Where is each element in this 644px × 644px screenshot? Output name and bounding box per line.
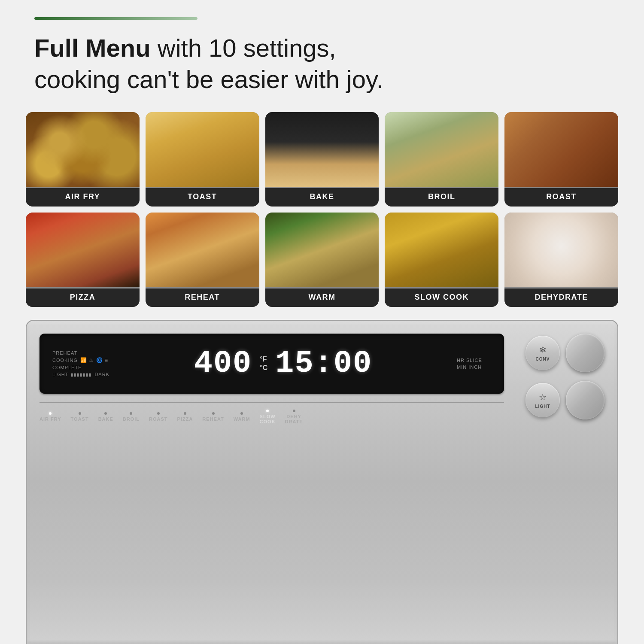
warm-image [265,213,379,287]
mode-dot-roast [157,412,160,415]
mode-dot-broil [130,412,132,415]
mode-pizza[interactable]: PIZZA [177,412,193,422]
light-icon: ☆ [539,392,547,402]
food-card-toast[interactable]: TOAST [146,112,259,207]
headline-text: Full Menu with 10 settings,cooking can't… [34,33,610,95]
display-right-labels: HR SLICE MIN INCH [457,358,491,370]
food-card-air-fry[interactable]: AIR FRY [26,112,140,207]
food-card-roast[interactable]: ROAST [504,112,618,207]
toast-image [146,112,259,187]
right-knob-bottom[interactable] [566,381,605,419]
mode-label-dehy: DEHYDRATE [285,414,303,424]
mode-dot-slow-cook [266,410,269,412]
broil-label: BROIL [385,188,498,207]
pizza-image [26,213,140,287]
reheat-image [146,213,259,287]
warm-label: WARM [265,289,379,307]
page: Full Menu with 10 settings,cooking can't… [0,0,644,644]
mode-label-broil: BROIL [123,416,140,422]
appliance-body: PREHEAT COOKING 📶 ♨ 🌀 ≡ COMPLETE LIGHT ▮… [26,320,618,644]
food-card-dehydrate[interactable]: DEHYDRATE [504,213,618,307]
mode-roast[interactable]: ROAST [149,412,168,422]
mode-section: AIR FRY TOAST BAKE [39,402,504,424]
mode-label-bake: BAKE [98,416,113,422]
mode-reheat[interactable]: REHEAT [202,412,224,422]
display-left-labels: PREHEAT COOKING 📶 ♨ 🌀 ≡ COMPLETE LIGHT ▮… [52,350,109,377]
mode-dot-toast [79,412,81,415]
side-controls: ❄ CONV ☆ LIGHT [526,334,605,419]
dehydrate-image [504,213,618,287]
unit-f: °F [260,355,267,363]
bake-label: BAKE [265,188,379,207]
slow-cook-label: SLOW COOK [385,289,498,307]
right-knob-top[interactable] [566,334,605,372]
light-label: LIGHT [535,404,550,409]
mode-label-toast: TOAST [71,416,89,422]
cooking-label: COOKING 📶 ♨ 🌀 ≡ [52,357,109,363]
preheat-label: PREHEAT [52,350,109,355]
mode-dot-dehy [293,410,295,412]
mode-label-roast: ROAST [149,416,168,422]
mode-label-pizza: PIZZA [177,416,193,422]
broil-image [385,112,498,187]
mode-label-warm: WARM [234,416,250,422]
unit-c: °C [260,364,267,372]
roast-label: ROAST [504,188,618,207]
temperature-display: 400 [194,346,252,381]
food-card-bake[interactable]: BAKE [265,112,379,207]
food-card-pizza[interactable]: PIZZA [26,213,140,307]
slow-cook-image [385,213,498,287]
pizza-label: PIZZA [26,289,140,307]
mode-slow-cook[interactable]: SLOWCOOK [260,410,276,424]
light-dark-label: LIGHT ▮▮▮▮▮▮▮ DARK [52,372,109,377]
time-display: 15:00 [275,346,372,381]
mode-air-fry[interactable]: AIR FRY [39,412,61,422]
bake-image [265,112,379,187]
display-digits: 400 °F °C 15:00 [109,346,457,381]
roast-image [504,112,618,187]
temp-units: °F °C [260,355,267,372]
food-grid: AIR FRY TOAST BAKE BROIL ROAST PIZZA REH… [0,112,644,307]
mode-dot-pizza [184,412,186,415]
display-panel: PREHEAT COOKING 📶 ♨ 🌀 ≡ COMPLETE LIGHT ▮… [39,334,504,394]
appliance-section: PREHEAT COOKING 📶 ♨ 🌀 ≡ COMPLETE LIGHT ▮… [0,320,644,644]
min-inch-label: MIN INCH [457,365,482,370]
headline-section: Full Menu with 10 settings,cooking can't… [0,20,644,112]
reheat-label: REHEAT [146,289,259,307]
air-fry-label: AIR FRY [26,188,140,207]
mode-warm[interactable]: WARM [234,412,250,422]
light-button[interactable]: ☆ LIGHT [526,383,560,417]
conv-label: CONV [536,357,550,361]
mode-dot-warm [240,412,243,415]
mode-dehy[interactable]: DEHYDRATE [285,410,303,424]
hr-slice-label: HR SLICE [457,358,482,363]
food-card-warm[interactable]: WARM [265,213,379,307]
mode-dot-air-fry [49,412,52,415]
mode-label-reheat: REHEAT [202,416,224,422]
food-card-slow-cook[interactable]: SLOW COOK [385,213,498,307]
mode-label-slow-cook: SLOWCOOK [260,414,276,424]
complete-label: COMPLETE [52,365,109,370]
headline-bold: Full Menu [34,34,151,62]
mode-dot-bake [104,412,107,415]
dehydrate-label: DEHYDRATE [504,289,618,307]
conv-icon: ❄ [539,345,547,355]
toast-label: TOAST [146,188,259,207]
conv-button[interactable]: ❄ CONV [526,336,560,370]
mode-dot-reheat [212,412,215,415]
food-card-broil[interactable]: BROIL [385,112,498,207]
mode-label-air-fry: AIR FRY [39,416,61,422]
air-fry-image [26,112,140,187]
mode-toast[interactable]: TOAST [71,412,89,422]
mode-buttons: AIR FRY TOAST BAKE [39,410,504,424]
food-card-reheat[interactable]: REHEAT [146,213,259,307]
mode-bake[interactable]: BAKE [98,412,113,422]
mode-broil[interactable]: BROIL [123,412,140,422]
